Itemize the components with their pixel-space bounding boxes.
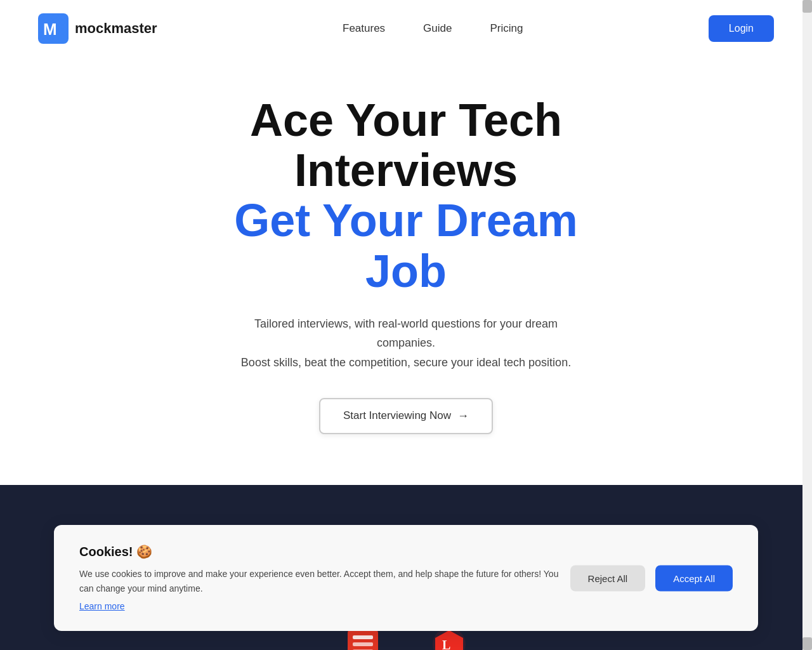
svg-rect-24 xyxy=(348,629,378,650)
cookie-body: We use cookies to improve and make your … xyxy=(79,567,574,595)
accept-button[interactable]: Accept All xyxy=(655,565,733,591)
reject-button[interactable]: Reject All xyxy=(570,565,646,591)
hero-title-blue: Get Your DreamJob xyxy=(234,195,578,296)
svg-rect-26 xyxy=(353,642,373,646)
scrollbar-thumb-bottom[interactable] xyxy=(802,637,812,650)
hero-section: Ace Your TechInterviews Get Your DreamJo… xyxy=(0,57,812,485)
scrollbar-track[interactable] xyxy=(802,0,812,650)
logo-icon: M xyxy=(38,13,69,44)
nav-link-guide[interactable]: Guide xyxy=(423,22,452,35)
cta-label: Start Interviewing Now xyxy=(343,409,451,422)
svg-text:M: M xyxy=(43,20,57,39)
logo-text: mockmaster xyxy=(75,20,157,37)
login-button[interactable]: Login xyxy=(709,15,774,42)
cta-button[interactable]: Start Interviewing Now → xyxy=(319,398,493,434)
logo-area[interactable]: M mockmaster xyxy=(38,13,157,44)
cookie-banner: Cookies! 🍪 We use cookies to improve and… xyxy=(54,525,758,631)
svg-text:L: L xyxy=(442,638,450,650)
nav-links: Features Guide Pricing xyxy=(343,22,523,35)
nav-link-features[interactable]: Features xyxy=(343,22,385,35)
nav-link-pricing[interactable]: Pricing xyxy=(490,22,523,35)
hero-subtitle: Tailored interviews, with real-world que… xyxy=(241,314,571,373)
navbar: M mockmaster Features Guide Pricing Logi… xyxy=(0,0,812,57)
scrollbar-thumb-top[interactable] xyxy=(802,0,812,13)
cookie-title: Cookies! 🍪 xyxy=(79,544,733,559)
learn-more-link[interactable]: Learn more xyxy=(79,601,125,611)
arrow-icon: → xyxy=(457,409,469,423)
hero-title: Ace Your TechInterviews Get Your DreamJo… xyxy=(234,95,578,296)
svg-rect-25 xyxy=(353,635,373,639)
hero-title-line1: Ace Your TechInterviews xyxy=(250,95,562,196)
cookie-actions: Reject All Accept All xyxy=(570,565,733,591)
